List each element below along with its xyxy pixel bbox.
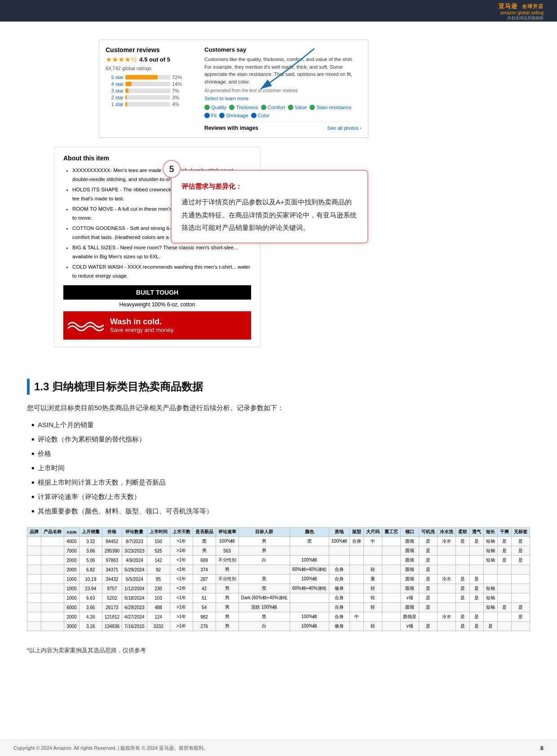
col-color: 颜色	[290, 528, 329, 537]
star-label-3: 3 star	[106, 88, 124, 93]
section-desc: 您可以浏览目标类目前50热卖商品并记录相关产品参数进行后续分析。记录参数如下：	[27, 402, 530, 414]
callout-title: 评估需求与差异化：	[181, 179, 358, 193]
col-cold: 冷水洗	[438, 528, 456, 537]
tag-value-label: Value	[295, 105, 307, 110]
col-reviews: 评论数量	[122, 528, 147, 537]
col-heavy: 重工艺	[382, 528, 401, 537]
footer-note: *以上内容为卖家案例及其选品思路，仅供参考	[27, 642, 530, 663]
col-collar: 领口	[401, 528, 419, 537]
data-table-wrapper: 品牌 产品名称 ASIN 上月销量 价格 评论数量 上市时间 上市天数 是否新品…	[27, 527, 530, 631]
star-bar-1: 1 star 4%	[106, 102, 195, 107]
bullet-item-4: 上市时间	[31, 463, 530, 473]
page: 亚马逊 全球开店 amazon global selling 共创全球品质赋能路…	[0, 0, 557, 756]
col-bigsize: 大尺码	[364, 528, 382, 537]
table-row: 2000 5.06 97863 4/9/2024 142 <1年 689 不分性…	[27, 556, 530, 565]
amazon-tagline: 共创全球品质赋能路	[507, 15, 544, 21]
built-tough-banner: BUILT TOUGH	[63, 285, 251, 300]
bullet-item-3: 价格	[31, 448, 530, 459]
star-bar-3: 3 star 7%	[106, 88, 195, 93]
bullet-item-2: 评论数（作为累积销量的替代指标）	[31, 434, 530, 445]
table-row: 7000 3.66 295390 3/23/2023 525 >1年 男 563…	[27, 546, 530, 556]
table-row: 6000 3.66 26173 4/29/2023 488 >1年 54 男 混…	[27, 603, 530, 612]
see-all-photos-link[interactable]: See all photos ›	[327, 125, 362, 131]
about-title: About this item	[63, 155, 251, 162]
customers-say-text: Customers like the quality, thickness, c…	[204, 56, 362, 85]
amazon-sub: amazon global selling	[500, 10, 544, 15]
wash-banner: Wash in cold. Save energy and money.	[63, 311, 251, 340]
star-bar-2: 2 star 3%	[106, 95, 195, 100]
tag-shrinkage-label: Shrinkage	[226, 113, 248, 118]
table-row: 1000 23.94 9757 1/12/2024 230 <1年 42 男 黑…	[27, 584, 530, 593]
tag-comfort[interactable]: Comfort	[261, 105, 285, 110]
tag-value[interactable]: Value	[288, 105, 307, 110]
col-sales: 上月销量	[79, 528, 102, 537]
data-table: 品牌 产品名称 ASIN 上月销量 价格 评论数量 上市时间 上市天数 是否新品…	[27, 527, 530, 631]
col-notag: 无标签	[512, 528, 530, 537]
tag-shrinkage[interactable]: Shrinkage	[219, 113, 248, 118]
table-row: 1000 10.19 34432 6/5/2024 85 <1年 287 不分性…	[27, 575, 530, 584]
col-breath: 透气	[470, 528, 484, 537]
reviews-with-images-row: Reviews with images See all photos ›	[204, 122, 362, 131]
select-learn-more[interactable]: Select to learn more	[204, 96, 362, 101]
section-heading: 1.3 归纳梳理目标类目热卖商品数据	[27, 379, 530, 395]
bullet-item-5: 根据上市时间计算上市天数，判断是否新品	[31, 477, 530, 488]
col-fit: 版型	[350, 528, 364, 537]
star-label-1: 1 star	[106, 102, 124, 107]
col-product: 产品名称	[41, 528, 64, 537]
col-days: 上市天数	[170, 528, 193, 537]
col-target: 目标人群	[239, 528, 290, 537]
section-bar	[27, 379, 30, 395]
tags-row: Quality Thickness Comfort Value	[204, 105, 362, 118]
tag-thickness-label: Thickness	[236, 105, 258, 110]
col-dry: 干爽	[498, 528, 512, 537]
about-item-6: COLD WATER WASH - XXXX recommends washin…	[72, 263, 251, 280]
col-new: 是否新品	[193, 528, 216, 537]
col-wash: 可机洗	[419, 528, 438, 537]
col-brand: 品牌	[27, 528, 41, 537]
tag-color-label: Color	[258, 113, 270, 118]
table-row: 2000 4.26 121812 4/27/2024 124 >1年 982 男…	[27, 612, 530, 622]
table-row: 4000 3.32 84452 8/7/2023 150 >1年 图 100%棉…	[27, 537, 530, 546]
section-13: 1.3 归纳梳理目标类目热卖商品数据 您可以浏览目标类目前50热卖商品并记录相关…	[0, 365, 557, 673]
review-right: Customers say Customers like the quality…	[204, 46, 362, 131]
table-header-row: 品牌 产品名称 ASIN 上月销量 价格 评论数量 上市时间 上市天数 是否新品…	[27, 528, 530, 537]
wash-text: Wash in cold.	[110, 317, 175, 327]
callout-text: 通过对于详情页的产品参数以及A+页面中找到热卖商品的共通热卖特征。在商品详情页的…	[181, 196, 358, 234]
star-bar-5: 5 star 72%	[106, 75, 195, 80]
wash-sub: Save energy and money.	[110, 327, 175, 333]
col-asin: ASIN	[64, 528, 80, 537]
star-bar-4: 4 star 14%	[106, 81, 195, 87]
table-row: 2000 6.82 34371 5/29/2024 92 <1年 374 男 6…	[27, 565, 530, 575]
tag-stain[interactable]: Stain resistance	[309, 105, 351, 110]
tag-thickness[interactable]: Thickness	[229, 105, 258, 110]
col-soft: 柔软	[456, 528, 470, 537]
tag-quality-label: Quality	[211, 105, 226, 110]
col-price: 价格	[102, 528, 122, 537]
review-box: Customer reviews ★★★★½ 4.5 out of 5 64,7…	[99, 40, 368, 138]
header: 亚马逊 全球开店 amazon global selling 共创全球品质赋能路	[0, 0, 557, 22]
col-short: 短长	[484, 528, 498, 537]
tag-color[interactable]: Color	[251, 113, 270, 118]
section-title: 1.3 归纳梳理目标类目热卖商品数据	[34, 380, 203, 394]
amazon-logo: 亚马逊 全球开店	[499, 1, 544, 10]
bullet-list: ASIN上个月的销量 评论数（作为累积销量的替代指标） 价格 上市时间 根据上市…	[27, 420, 530, 517]
header-logo: 亚马逊 全球开店 amazon global selling 共创全球品质赋能路	[499, 1, 544, 21]
star-display: ★★★★½	[106, 55, 137, 64]
bullet-item-7: 其他重要参数（颜色、材料、版型、领口、可否机洗等等）	[31, 506, 530, 517]
bullet-item-1: ASIN上个月的销量	[31, 420, 530, 430]
tag-quality[interactable]: Quality	[204, 105, 226, 110]
tag-comfort-label: Comfort	[268, 105, 285, 110]
tag-fit[interactable]: Fit	[204, 113, 217, 118]
footer-page: 8	[540, 745, 544, 752]
wash-waves-icon	[68, 316, 104, 335]
tag-fit-label: Fit	[211, 113, 217, 118]
col-rate: 评论速率	[216, 528, 239, 537]
about-item-5: BIG & TALL SIZES - Need more room? These…	[72, 243, 251, 261]
stars-overall: ★★★★½ 4.5 out of 5	[106, 55, 195, 64]
rating-number: 4.5 out of 5	[139, 56, 170, 63]
table-row: 1000 6.63 5202 5/18/2024 103 <1年 51 男 Da…	[27, 593, 530, 603]
global-ratings: 64,742 global ratings	[106, 66, 195, 71]
star-label-5: 5 star	[106, 75, 124, 80]
bullet-item-6: 计算评论速率（评论数/上市天数）	[31, 491, 530, 502]
footer-note-text: *以上内容为卖家案例及其选品思路，仅供参考	[27, 647, 146, 654]
